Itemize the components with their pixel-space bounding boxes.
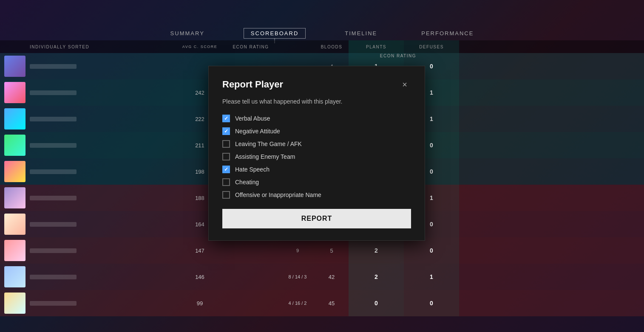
- modal-header: Report Player ×: [222, 78, 411, 91]
- report-button[interactable]: Report: [222, 209, 411, 228]
- avatar: [4, 82, 26, 103]
- player-name: [30, 275, 77, 279]
- report-option-verbal-abuse[interactable]: Verbal Abuse: [222, 115, 411, 122]
- avatar: [4, 240, 26, 261]
- option-label-cheating: Cheating: [235, 179, 259, 186]
- avatar: [4, 293, 26, 314]
- avatar: [4, 161, 26, 182]
- table-header: INDIVIDUALLY SORTED AVG C. SCORE ECON RA…: [0, 40, 644, 53]
- report-player-modal: ECON RATING Report Player × Please tell …: [208, 66, 425, 241]
- player-name: [30, 117, 77, 121]
- option-label-verbal-abuse: Verbal Abuse: [235, 115, 270, 122]
- player-name: [30, 64, 77, 69]
- player-cell: [0, 161, 179, 182]
- col-header-defuses: DEFUSES: [404, 40, 459, 53]
- modal-subtitle: Please tell us what happened with this p…: [222, 98, 411, 106]
- player-name: [30, 196, 77, 200]
- fba-cell: 8 / 14 / 3: [281, 274, 315, 279]
- col-header-player: INDIVIDUALLY SORTED: [0, 45, 179, 49]
- plants-cell: 2: [349, 264, 404, 290]
- table-row: 147 9 5 2 0: [0, 237, 644, 264]
- fba-cell: 9: [281, 248, 315, 253]
- report-option-cheating[interactable]: Cheating: [222, 178, 411, 186]
- checkbox-cheating[interactable]: [222, 178, 230, 186]
- defuses-cell: 0: [404, 290, 459, 316]
- tab-timeline[interactable]: TIMELINE: [340, 28, 382, 38]
- player-name: [30, 301, 77, 306]
- player-name: [30, 143, 77, 148]
- table-row: 146 8 / 14 / 3 42 2 1: [0, 264, 644, 290]
- player-cell: [0, 82, 179, 103]
- player-name: [30, 248, 77, 253]
- report-option-negative-attitude[interactable]: Negative Attitude: [222, 127, 411, 135]
- option-label-hate-speech: Hate Speech: [235, 166, 270, 173]
- option-label-leaving: Leaving The Game / AFK: [235, 141, 302, 147]
- avg-cell: 99: [179, 300, 221, 307]
- econ-rating-tab: ECON RATING: [380, 53, 416, 58]
- checkbox-assisting-enemy[interactable]: [222, 153, 230, 160]
- player-cell: [0, 108, 179, 129]
- col-header-bloods: BLOODS: [315, 45, 349, 49]
- option-label-assisting-enemy: Assisting Enemy Team: [235, 153, 295, 160]
- player-name: [30, 169, 77, 174]
- checkbox-leaving[interactable]: [222, 140, 230, 148]
- col-header-avg: AVG C. SCORE: [179, 45, 221, 49]
- tab-summary[interactable]: SUMMARY: [165, 28, 210, 38]
- report-option-assisting-enemy[interactable]: Assisting Enemy Team: [222, 153, 411, 160]
- checkbox-inappropriate-name[interactable]: [222, 191, 230, 199]
- player-cell: [0, 214, 179, 235]
- modal-close-button[interactable]: ×: [398, 78, 411, 91]
- report-option-hate-speech[interactable]: Hate Speech: [222, 166, 411, 173]
- option-label-negative-attitude: Negative Attitude: [235, 128, 280, 135]
- report-options: Verbal Abuse Negative Attitude Leaving T…: [222, 115, 411, 199]
- plants-cell: 0: [349, 290, 404, 316]
- col-header-plants: PLANTS: [349, 40, 404, 53]
- checkbox-verbal-abuse[interactable]: [222, 115, 230, 122]
- avatar: [4, 108, 26, 129]
- plants-cell: 2: [349, 237, 404, 264]
- avg-cell: 146: [179, 274, 221, 280]
- player-cell: [0, 56, 179, 77]
- defuses-cell: 1: [404, 264, 459, 290]
- player-cell: [0, 293, 179, 314]
- fba-cell: 4 / 16 / 2: [281, 301, 315, 306]
- avatar: [4, 135, 26, 156]
- bloods-cell: 5: [315, 248, 349, 254]
- nav-tabs: SUMMARY SCOREBOARD TIMELINE PERFORMANCE: [165, 28, 479, 40]
- report-option-leaving[interactable]: Leaving The Game / AFK: [222, 140, 411, 148]
- avatar: [4, 266, 26, 287]
- player-name: [30, 222, 77, 227]
- col-header-econ: ECON RATING: [221, 45, 281, 49]
- avatar: [4, 187, 26, 208]
- modal-title: Report Player: [222, 79, 283, 90]
- player-name: [30, 90, 77, 95]
- checkbox-hate-speech[interactable]: [222, 166, 230, 173]
- checkbox-negative-attitude[interactable]: [222, 127, 230, 135]
- report-option-inappropriate-name[interactable]: Offensive or Inappropriate Name: [222, 191, 411, 199]
- player-cell: [0, 240, 179, 261]
- tab-scoreboard[interactable]: SCOREBOARD: [244, 28, 306, 39]
- tab-performance[interactable]: PERFORMANCE: [416, 28, 479, 38]
- table-row: 99 4 / 16 / 2 45 0 0: [0, 290, 644, 316]
- player-cell: [0, 187, 179, 208]
- bloods-cell: 42: [315, 274, 349, 280]
- defuses-cell: 0: [404, 237, 459, 264]
- option-label-inappropriate-name: Offensive or Inappropriate Name: [235, 191, 321, 198]
- header: SUMMARY SCOREBOARD TIMELINE PERFORMANCE: [0, 0, 644, 40]
- player-cell: [0, 135, 179, 156]
- bloods-cell: 45: [315, 300, 349, 307]
- avatar: [4, 214, 26, 235]
- player-cell: [0, 266, 179, 287]
- avg-cell: 147: [179, 248, 221, 254]
- avatar: [4, 56, 26, 77]
